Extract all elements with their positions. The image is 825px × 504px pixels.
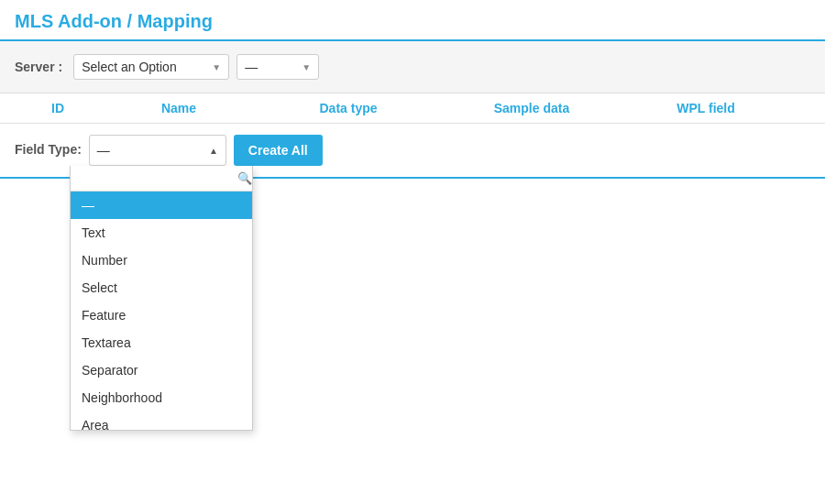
col-header-id: ID — [0, 101, 101, 115]
server-select2-value: — — [245, 60, 258, 74]
dropdown-item[interactable]: Number — [71, 247, 252, 274]
dropdown-item[interactable]: Text — [71, 219, 252, 247]
server-select-option[interactable]: Select an Option ▼ — [73, 54, 229, 80]
page-title: MLS Add-on / Mapping — [15, 11, 213, 31]
server-select-arrow-icon: ▼ — [212, 62, 221, 72]
field-type-label: Field Type: — [15, 135, 82, 157]
server-select2-arrow-icon: ▼ — [302, 62, 311, 72]
field-type-dropdown: 🔍 —TextNumberSelectFeatureTextareaSepara… — [70, 166, 253, 431]
dropdown-item[interactable]: Feature — [71, 301, 252, 329]
server-row: Server : Select an Option ▼ — ▼ — [0, 41, 825, 93]
create-all-button[interactable]: Create All — [234, 135, 323, 166]
dropdown-item[interactable]: Textarea — [71, 329, 252, 356]
breadcrumb-part2: Mapping — [138, 11, 213, 31]
page-header: MLS Add-on / Mapping — [0, 0, 825, 41]
col-header-name: Name — [101, 101, 257, 115]
col-header-sample: Sample data — [440, 101, 623, 115]
dropdown-item[interactable]: Neighborhood — [71, 384, 252, 411]
field-type-select[interactable]: — ▲ — [89, 135, 226, 166]
field-type-arrow-icon: ▲ — [209, 146, 218, 156]
breadcrumb-part1: MLS Add-on — [15, 11, 122, 31]
dropdown-item[interactable]: Separator — [71, 356, 252, 384]
search-icon: 🔍 — [237, 171, 252, 185]
dropdown-item[interactable]: — — [71, 192, 252, 219]
column-headers: ID Name Data type Sample data WPL field — [0, 93, 825, 124]
server-label: Server : — [15, 60, 62, 74]
server-select-value: Select an Option — [82, 60, 177, 74]
dropdown-item[interactable]: Area — [71, 411, 252, 430]
col-header-wpl: WPL field — [623, 101, 788, 115]
server-select-secondary[interactable]: — ▼ — [236, 54, 319, 80]
field-type-row: Field Type: — ▲ Create All 🔍 —TextNumber… — [0, 124, 825, 177]
dropdown-list: —TextNumberSelectFeatureTextareaSeparato… — [71, 192, 252, 430]
dropdown-search-input[interactable] — [76, 170, 237, 187]
dropdown-item[interactable]: Select — [71, 274, 252, 301]
dropdown-search-row: 🔍 — [71, 166, 252, 192]
field-type-value: — — [97, 143, 110, 158]
breadcrumb-separator: / — [122, 11, 138, 31]
col-header-datatype: Data type — [257, 101, 440, 115]
